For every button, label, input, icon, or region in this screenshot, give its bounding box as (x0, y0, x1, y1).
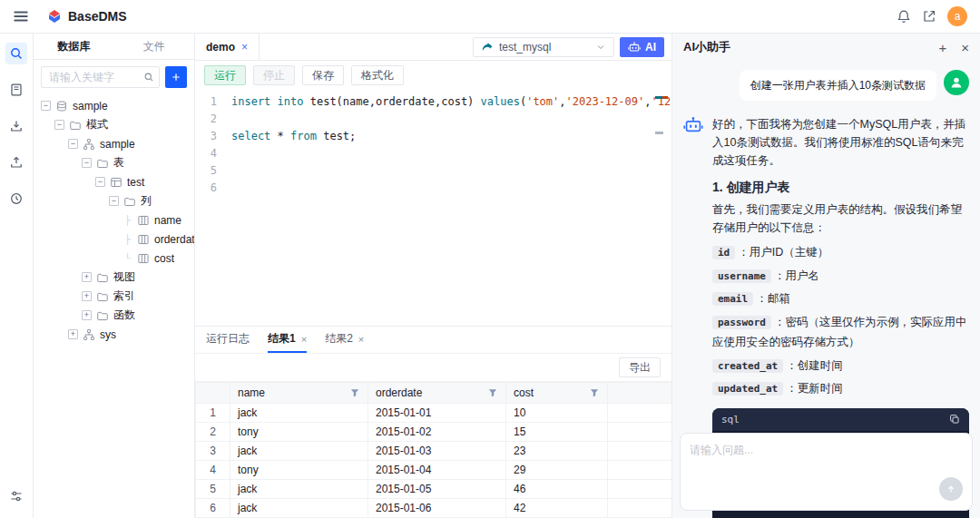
column-header-name[interactable]: name (230, 383, 368, 404)
rail-import-icon[interactable] (5, 115, 27, 137)
tree-item-schema-sample[interactable]: −sample (34, 134, 194, 153)
tab-result1[interactable]: 结果1× (268, 327, 307, 353)
notification-bell-icon[interactable] (897, 9, 911, 24)
open-external-icon[interactable] (922, 9, 936, 24)
collapse-icon[interactable]: − (41, 101, 51, 111)
tree-item-folder-tables[interactable]: −表 (34, 153, 194, 172)
table-row[interactable]: 5jack2015-01-0546 (196, 480, 672, 499)
table-row[interactable]: 1jack2015-01-0110 (196, 404, 672, 423)
stop-button[interactable]: 停止 (253, 65, 295, 85)
table-row[interactable]: 6jack2015-01-0642 (196, 499, 672, 518)
close-tab-icon[interactable]: × (241, 41, 248, 54)
empty-header (608, 383, 672, 404)
results-table: name orderdate cost 1jack2015-01-0110 2t… (195, 382, 671, 518)
close-icon[interactable]: × (358, 334, 364, 345)
tab-result2[interactable]: 结果2× (325, 327, 364, 353)
field-item: email：邮箱 (712, 288, 969, 309)
assistant-intro: 好的，下面我将为您创建一个MySQL用户表，并插入10条测试数据。我们将使用标准… (712, 115, 969, 170)
table-row[interactable]: 3jack2015-01-0323 (196, 442, 672, 461)
database-tree: −sample −模式 −sample −表 −test −列 ├name ├o… (34, 94, 194, 518)
editor-tab-demo[interactable]: demo × (195, 34, 260, 60)
expand-icon[interactable]: + (82, 272, 92, 282)
tree-item-column-name[interactable]: ├name (34, 210, 194, 230)
tree-item-table-test[interactable]: −test (34, 172, 194, 191)
collapse-icon[interactable]: − (54, 120, 64, 130)
database-icon (55, 100, 68, 112)
save-button[interactable]: 保存 (302, 65, 344, 85)
user-avatar[interactable]: a (947, 6, 967, 26)
rail-docs-icon[interactable] (5, 79, 27, 101)
mysql-icon (481, 41, 494, 54)
ai-assistant-button[interactable]: AI (620, 37, 664, 57)
collapse-icon[interactable]: − (95, 177, 105, 187)
filter-icon[interactable] (349, 387, 360, 398)
table-row[interactable]: 2tony2015-01-0215 (196, 423, 672, 442)
tree-item-column-orderdate[interactable]: ├orderdate (34, 230, 194, 249)
schema-icon (83, 138, 95, 151)
code-line (231, 145, 655, 162)
editor-toolbar: 运行 停止 保存 格式化 (195, 61, 671, 90)
tree-item-folder-indexes[interactable]: +索引 (34, 287, 194, 306)
column-icon (137, 233, 150, 246)
ai-button-label: AI (645, 41, 656, 54)
field-item: updated_at：更新时间 (712, 378, 969, 399)
chat-input-card (680, 433, 973, 511)
tree-item-folder-functions[interactable]: +函数 (34, 306, 194, 325)
export-button[interactable]: 导出 (619, 357, 661, 377)
code-area[interactable]: insert into test(name,orderdate,cost) va… (226, 90, 671, 326)
results-grid-wrap: name orderdate cost 1jack2015-01-0110 2t… (195, 382, 671, 518)
field-item: username：用户名 (712, 266, 969, 287)
tree-item-column-cost[interactable]: └cost (34, 249, 194, 268)
new-chat-icon[interactable]: + (938, 41, 946, 54)
tree-item-database-sample[interactable]: −sample (34, 96, 194, 115)
send-button[interactable] (939, 477, 963, 501)
tab-files[interactable]: 文件 (114, 34, 195, 59)
tree-item-label: 函数 (113, 308, 194, 323)
expand-icon[interactable]: + (82, 310, 92, 320)
tree-item-label: 索引 (113, 288, 194, 304)
schema-icon (83, 328, 95, 341)
explorer-panel: 数据库 文件 −sample −模式 −sample −表 −test −列 ├… (34, 34, 195, 518)
sql-editor[interactable]: 1 2 3 4 5 6 insert into test(name,orderd… (195, 90, 671, 326)
tab-run-log[interactable]: 运行日志 (206, 327, 250, 353)
tree-item-folder-columns[interactable]: −列 (34, 191, 194, 210)
expand-icon[interactable]: + (82, 291, 92, 301)
rail-search-icon[interactable] (5, 43, 27, 64)
add-connection-button[interactable] (165, 66, 187, 88)
tree-item-folder-schemas[interactable]: −模式 (34, 115, 194, 134)
filter-icon[interactable] (487, 387, 498, 398)
chat-input[interactable] (690, 443, 963, 481)
folder-icon (123, 195, 136, 208)
filter-icon[interactable] (589, 387, 600, 398)
explorer-search-row (34, 60, 194, 94)
tree-item-folder-views[interactable]: +视图 (34, 268, 194, 287)
line-number-gutter: 1 2 3 4 5 6 (195, 90, 226, 326)
copy-icon[interactable] (949, 414, 960, 425)
close-panel-icon[interactable]: × (961, 41, 969, 54)
rail-history-icon[interactable] (5, 188, 27, 210)
tab-database[interactable]: 数据库 (34, 34, 114, 59)
code-line (231, 162, 655, 180)
rail-export-icon[interactable] (5, 151, 27, 173)
assistant-robot-icon (683, 115, 703, 135)
collapse-icon[interactable]: − (109, 196, 119, 206)
results-tabbar: 运行日志 结果1× 结果2× (195, 327, 671, 354)
close-icon[interactable]: × (301, 334, 307, 345)
column-header-cost[interactable]: cost (506, 383, 608, 404)
code-line (231, 180, 655, 197)
connection-selector[interactable]: test_mysql (473, 37, 614, 57)
run-button[interactable]: 运行 (204, 65, 246, 85)
explorer-search-input[interactable] (41, 66, 160, 88)
expand-icon[interactable]: + (68, 329, 78, 339)
tree-item-label: orderdate (154, 233, 194, 246)
menu-icon[interactable] (13, 8, 29, 24)
rail-settings-icon[interactable] (5, 485, 27, 507)
format-button[interactable]: 格式化 (351, 65, 404, 85)
code-line (231, 111, 655, 128)
column-header-orderdate[interactable]: orderdate (368, 383, 506, 404)
tree-item-schema-sys[interactable]: +sys (34, 325, 194, 344)
table-icon (110, 176, 122, 189)
table-row[interactable]: 4tony2015-01-0429 (196, 461, 672, 480)
collapse-icon[interactable]: − (82, 158, 92, 168)
collapse-icon[interactable]: − (68, 139, 78, 149)
